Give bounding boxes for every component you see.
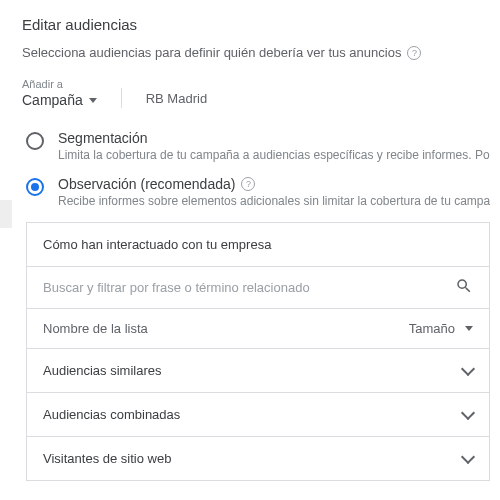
panel-header: Cómo han interactuado con tu empresa (27, 223, 489, 267)
col-name: Nombre de la lista (43, 321, 409, 336)
add-to-label: Añadir a (22, 78, 97, 90)
list-item-label: Visitantes de sitio web (43, 451, 463, 466)
radio-observation-desc: Recibe informes sobre elementos adiciona… (58, 194, 490, 208)
radio-segmentation-desc: Limita la cobertura de tu campaña a audi… (58, 148, 490, 162)
list-row-similar[interactable]: Audiencias similares (27, 349, 489, 393)
divider (121, 88, 122, 108)
page-subtitle: Selecciona audiencias para definir quién… (22, 45, 401, 60)
chevron-down-icon (461, 405, 475, 419)
add-to-select[interactable]: Campaña (22, 92, 97, 108)
search-row[interactable] (27, 267, 489, 309)
campaign-name: RB Madrid (146, 91, 207, 108)
list-row-visitors[interactable]: Visitantes de sitio web (27, 437, 489, 481)
chevron-down-icon (461, 361, 475, 375)
radio-segmentation-title: Segmentación (58, 130, 490, 146)
list-item-label: Audiencias similares (43, 363, 463, 378)
sidebar-stub (0, 200, 12, 228)
chevron-down-icon (461, 449, 475, 463)
caret-down-icon (89, 98, 97, 103)
help-icon[interactable]: ? (407, 46, 421, 60)
radio-segmentation[interactable]: Segmentación Limita la cobertura de tu c… (26, 130, 490, 162)
radio-icon (26, 132, 44, 150)
page-title: Editar audiencias (22, 16, 490, 33)
col-size-sort[interactable]: Tamaño (409, 321, 473, 336)
help-icon[interactable]: ? (241, 177, 255, 191)
add-to-value: Campaña (22, 92, 83, 108)
search-input[interactable] (43, 280, 447, 295)
radio-icon-selected (26, 178, 44, 196)
list-row-combined[interactable]: Audiencias combinadas (27, 393, 489, 437)
search-icon[interactable] (455, 277, 473, 298)
list-item-label: Audiencias combinadas (43, 407, 463, 422)
radio-observation-title: Observación (recomendada) (58, 176, 235, 192)
col-size-label: Tamaño (409, 321, 455, 336)
caret-down-icon (465, 326, 473, 331)
radio-observation[interactable]: Observación (recomendada) ? Recibe infor… (26, 176, 490, 208)
